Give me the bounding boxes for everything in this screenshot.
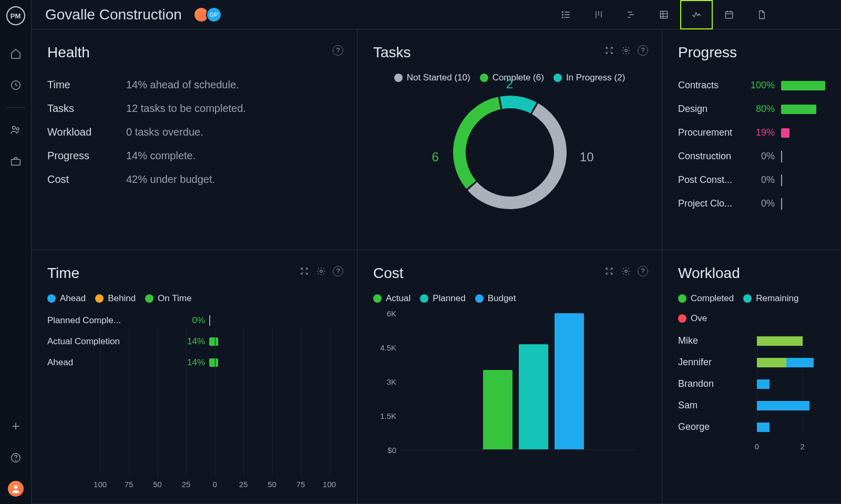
- svg-point-12: [625, 49, 628, 52]
- legend-item: Ahead: [47, 293, 86, 304]
- cost-y-label: $0: [373, 446, 396, 455]
- avatar-group[interactable]: GP: [197, 7, 222, 23]
- gear-icon[interactable]: [316, 266, 326, 276]
- progress-value: 0%: [747, 174, 775, 186]
- legend-item: Behind: [95, 293, 136, 304]
- help-icon[interactable]: ?: [638, 266, 648, 276]
- people-icon[interactable]: [9, 124, 22, 136]
- progress-name: Design: [678, 104, 741, 115]
- svg-point-7: [562, 12, 563, 13]
- time-axis-label: 25: [182, 480, 191, 489]
- help-icon[interactable]: ?: [333, 266, 343, 276]
- view-tab-list[interactable]: [550, 0, 582, 29]
- legend-item: Budget: [475, 293, 516, 304]
- help-icon[interactable]: ?: [333, 45, 343, 56]
- workload-axis-label: 0: [755, 442, 759, 451]
- expand-icon[interactable]: [604, 45, 614, 56]
- view-tab-dashboard[interactable]: [680, 0, 713, 29]
- cost-legend: ActualPlannedBudget: [373, 293, 646, 304]
- workload-bar: [757, 379, 825, 389]
- svg-rect-11: [725, 12, 732, 18]
- workload-bar: [757, 358, 825, 367]
- cost-chart: 6K4.5K3K1.5K$0: [399, 313, 646, 460]
- workload-bar: [757, 336, 825, 346]
- progress-bar: [781, 81, 825, 90]
- view-tab-sheet[interactable]: [648, 0, 680, 29]
- member-avatar[interactable]: GP: [206, 7, 222, 23]
- clock-icon[interactable]: [9, 79, 22, 91]
- gear-icon[interactable]: [621, 266, 631, 276]
- legend-dot: [480, 74, 488, 82]
- svg-point-13: [320, 270, 323, 273]
- help-icon[interactable]: ?: [638, 45, 648, 56]
- view-tab-files[interactable]: [745, 0, 778, 29]
- legend-label: On Time: [158, 293, 191, 304]
- app-logo[interactable]: PM: [6, 6, 25, 25]
- time-zero-tick: [209, 315, 210, 326]
- time-axis-label: 100: [323, 480, 336, 489]
- workload-remaining: [757, 379, 770, 389]
- progress-row: Post Const...0%: [678, 174, 825, 186]
- time-rows: Planned Comple...0%Actual Completion14%A…: [47, 315, 341, 368]
- expand-icon[interactable]: [604, 266, 614, 276]
- panel-title: Progress: [678, 44, 825, 61]
- health-table: Time14% ahead of schedule.Tasks12 tasks …: [47, 79, 341, 186]
- workload-name: Mike: [678, 335, 757, 346]
- home-icon[interactable]: [9, 47, 22, 60]
- left-sidebar: PM: [0, 0, 32, 504]
- svg-point-5: [15, 460, 16, 460]
- progress-row: Construction0%: [678, 151, 825, 162]
- briefcase-icon[interactable]: [9, 155, 22, 168]
- workload-remaining: [786, 358, 814, 367]
- add-icon[interactable]: [9, 420, 22, 433]
- view-tab-gantt[interactable]: [615, 0, 648, 29]
- view-tab-calendar[interactable]: [713, 0, 745, 29]
- progress-bar-track: [781, 152, 825, 161]
- workload-completed: [757, 358, 786, 367]
- svg-point-6: [14, 485, 17, 489]
- cost-y-label: 4.5K: [373, 343, 396, 352]
- time-axis-label: 75: [296, 480, 305, 489]
- expand-icon[interactable]: [299, 266, 310, 276]
- health-panel: Health ? Time14% ahead of schedule.Tasks…: [32, 29, 357, 250]
- svg-point-1: [12, 127, 15, 130]
- progress-bar-track: [781, 128, 825, 138]
- progress-bar-track: [781, 199, 825, 209]
- legend-label: In Progress (2): [566, 73, 625, 83]
- progress-zero-tick: [781, 151, 782, 162]
- time-axis-label: 100: [94, 480, 107, 489]
- workload-bar: [757, 423, 825, 432]
- legend-item: Planned: [420, 293, 465, 304]
- time-axis-label: 50: [153, 480, 162, 489]
- progress-name: Post Const...: [678, 174, 741, 186]
- workload-panel: Workload CompletedRemainingOve MikeJenni…: [662, 250, 841, 504]
- view-tab-board[interactable]: [582, 0, 615, 29]
- workload-name: George: [678, 421, 757, 433]
- time-row-name: Ahead: [47, 357, 179, 368]
- view-tabs: [550, 0, 778, 29]
- legend-dot: [678, 294, 686, 303]
- health-label: Tasks: [47, 102, 126, 115]
- time-row-value: 14%: [179, 336, 205, 347]
- progress-bar: [781, 128, 789, 138]
- health-label: Cost: [47, 173, 126, 186]
- profile-avatar[interactable]: [8, 481, 24, 497]
- svg-point-14: [625, 270, 628, 273]
- legend-label: Ahead: [60, 293, 86, 304]
- donut-label-right: 10: [580, 150, 594, 164]
- progress-row: Project Clo...0%: [678, 198, 825, 209]
- time-axis-label: 0: [212, 480, 217, 489]
- tasks-panel: Tasks ? Not Started (10)Complete (6)In P…: [357, 29, 662, 250]
- legend-label: Not Started (10): [407, 73, 470, 83]
- workload-bar: [757, 401, 825, 410]
- panel-title: Health: [47, 44, 341, 61]
- help-icon[interactable]: [9, 451, 22, 464]
- gear-icon[interactable]: [621, 45, 631, 56]
- workload-row: Mike: [678, 335, 825, 346]
- app-root: PM Govalle Construction: [0, 0, 841, 504]
- workload-name: Sam: [678, 400, 757, 411]
- legend-dot: [95, 294, 104, 303]
- cost-y-label: 6K: [373, 309, 396, 318]
- legend-item: In Progress (2): [553, 73, 625, 83]
- svg-rect-10: [660, 11, 667, 18]
